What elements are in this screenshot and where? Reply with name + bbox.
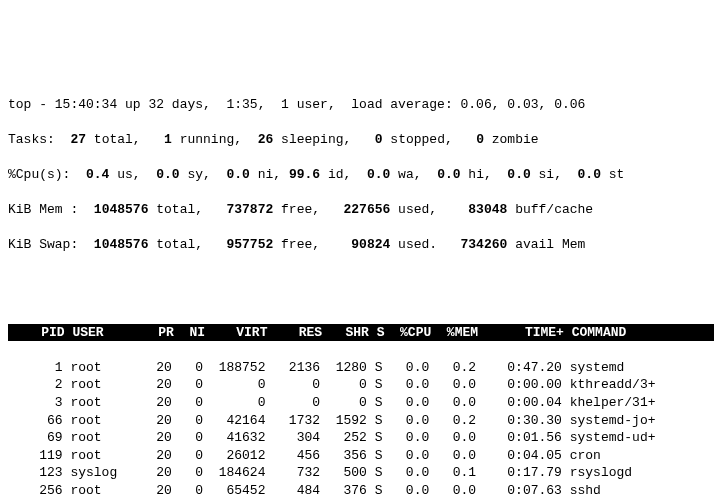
top-summary: top - 15:40:34 up 32 days, 1:35, 1 user,… (8, 78, 714, 271)
process-table-body: 1 root 20 0 188752 2136 1280 S 0.0 0.2 0… (8, 359, 714, 501)
process-row[interactable]: 123 syslog 20 0 184624 732 500 S 0.0 0.1… (8, 464, 714, 482)
process-row[interactable]: 2 root 20 0 0 0 0 S 0.0 0.0 0:00.00 kthr… (8, 376, 714, 394)
process-row[interactable]: 69 root 20 0 41632 304 252 S 0.0 0.0 0:0… (8, 429, 714, 447)
process-row[interactable]: 66 root 20 0 42164 1732 1592 S 0.0 0.2 0… (8, 412, 714, 430)
process-row[interactable]: 119 root 20 0 26012 456 356 S 0.0 0.0 0:… (8, 447, 714, 465)
summary-line-tasks: Tasks: 27 total, 1 running, 26 sleeping,… (8, 131, 714, 149)
process-row[interactable]: 1 root 20 0 188752 2136 1280 S 0.0 0.2 0… (8, 359, 714, 377)
summary-line-cpu: %Cpu(s): 0.4 us, 0.0 sy, 0.0 ni, 99.6 id… (8, 166, 714, 184)
summary-line-mem: KiB Mem : 1048576 total, 737872 free, 22… (8, 201, 714, 219)
process-row[interactable]: 256 root 20 0 65452 484 376 S 0.0 0.0 0:… (8, 482, 714, 500)
process-row[interactable]: 3 root 20 0 0 0 0 S 0.0 0.0 0:00.04 khel… (8, 394, 714, 412)
summary-line-swap: KiB Swap: 1048576 total, 957752 free, 90… (8, 236, 714, 254)
summary-line-uptime: top - 15:40:34 up 32 days, 1:35, 1 user,… (8, 96, 714, 114)
process-table-header: PID USER PR NI VIRT RES SHR S %CPU %MEM … (8, 324, 714, 342)
